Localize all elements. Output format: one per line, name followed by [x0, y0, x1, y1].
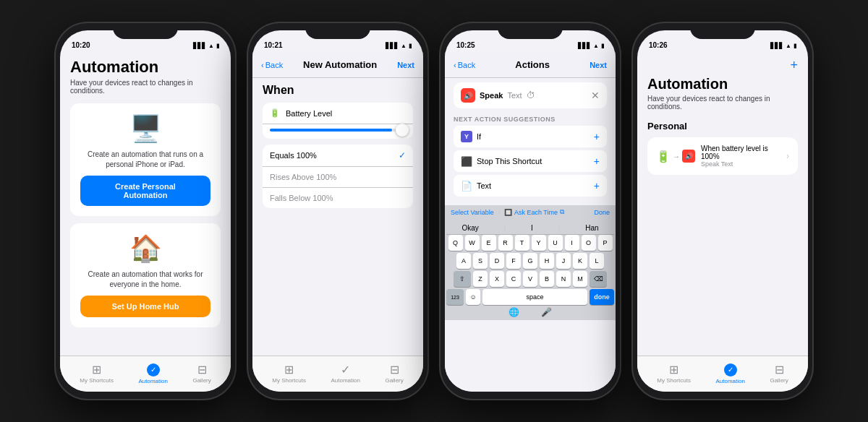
add-automation-button[interactable]: + — [790, 58, 798, 73]
back-button-2[interactable]: ‹ Back — [261, 61, 283, 69]
key-B[interactable]: B — [540, 271, 554, 287]
my-shortcuts-icon-1: ⊞ — [92, 364, 101, 376]
next-button-2[interactable]: Next — [397, 61, 414, 69]
key-V[interactable]: V — [523, 271, 537, 287]
key-done[interactable]: done — [590, 289, 614, 305]
suggest-word-3[interactable]: Han — [585, 224, 598, 232]
battery-icon-3: ▮ — [601, 43, 604, 49]
home-card: 🏠 Create an automation that works for ev… — [70, 223, 221, 327]
key-W[interactable]: W — [465, 235, 480, 251]
notch-3 — [498, 23, 563, 39]
key-Z[interactable]: Z — [473, 271, 488, 287]
option-falls[interactable]: Falls Below 100% — [263, 188, 413, 208]
key-I[interactable]: I — [565, 235, 579, 251]
key-S[interactable]: S — [473, 253, 488, 269]
space-label: space — [526, 293, 543, 301]
key-T[interactable]: T — [515, 235, 529, 251]
key-D[interactable]: D — [490, 253, 504, 269]
suggestion-text[interactable]: 📄 Text + — [454, 175, 607, 197]
key-Q[interactable]: Q — [448, 235, 463, 251]
text-add-button[interactable]: + — [594, 180, 600, 191]
key-J[interactable]: J — [556, 253, 571, 269]
option-equals[interactable]: Equals 100% ✓ — [263, 145, 413, 167]
key-emoji[interactable]: ☺ — [466, 289, 480, 305]
next-button-3[interactable]: Next — [590, 61, 607, 69]
automation-result-card[interactable]: 🔋 → 🔊 When battery level is 100% Speak T… — [647, 137, 798, 175]
key-P[interactable]: P — [598, 235, 613, 251]
personal-card: 🖥️ Create an automation that runs on a p… — [70, 103, 221, 216]
key-X[interactable]: X — [490, 271, 504, 287]
automation-icon-2: ✓ — [341, 364, 350, 376]
key-A[interactable]: A — [456, 253, 471, 269]
notch-2 — [305, 23, 370, 39]
gallery-icon-4: ⊟ — [775, 364, 784, 376]
ask-each-time-button[interactable]: 🔲 Ask Each Time ⧉ — [504, 208, 564, 216]
automation-label-1: Automation — [138, 378, 167, 384]
p1-subtitle: Have your devices react to changes in co… — [70, 79, 221, 95]
key-E[interactable]: E — [482, 235, 496, 251]
tab-gallery-1[interactable]: ⊟ Gallery — [192, 364, 210, 384]
battery-level-item[interactable]: 🔋 Battery Level — [263, 103, 413, 124]
globe-icon[interactable]: 🌐 — [509, 307, 519, 317]
key-K[interactable]: K — [573, 253, 587, 269]
key-space[interactable]: space — [482, 289, 587, 305]
key-H[interactable]: H — [540, 253, 554, 269]
select-variable-button[interactable]: Select Variable — [451, 209, 494, 216]
tab-bar-1: ⊞ My Shortcuts ✓ Automation ⊟ Gallery — [60, 356, 231, 392]
key-N[interactable]: N — [556, 271, 571, 287]
speak-close-button[interactable]: ✕ — [591, 90, 600, 101]
speak-text-placeholder[interactable]: Text — [507, 91, 522, 100]
p2-main-content: When 🔋 Battery Level Equals 100% ✓ — [252, 78, 423, 356]
nav-title-2: New Automation — [303, 59, 377, 70]
key-Y[interactable]: Y — [532, 235, 546, 251]
back-button-3[interactable]: ‹ Back — [454, 61, 475, 69]
suggest-word-1[interactable]: Okay — [461, 224, 478, 232]
suggest-row: Okay | I | Han — [446, 222, 614, 235]
tab-my-shortcuts-4[interactable]: ⊞ My Shortcuts — [657, 364, 691, 384]
key-O[interactable]: O — [582, 235, 596, 251]
toolbar-done-button[interactable]: Done — [594, 209, 610, 216]
key-F[interactable]: F — [506, 253, 521, 269]
setup-home-hub-button[interactable]: Set Up Home Hub — [80, 296, 210, 317]
suggest-word-2[interactable]: I — [531, 224, 533, 232]
notch-1 — [113, 23, 178, 39]
tab-my-shortcuts-1[interactable]: ⊞ My Shortcuts — [80, 364, 114, 384]
automation-label-4: Automation — [715, 378, 744, 384]
battery-slider-track[interactable] — [270, 129, 406, 132]
key-shift[interactable]: ⇧ — [454, 271, 471, 287]
tab-my-shortcuts-2[interactable]: ⊞ My Shortcuts — [272, 364, 306, 384]
if-add-button[interactable]: + — [594, 131, 600, 142]
mic-icon[interactable]: 🎤 — [541, 307, 552, 317]
tab-gallery-2[interactable]: ⊟ Gallery — [385, 364, 403, 384]
suggestion-if[interactable]: Y If + — [454, 126, 607, 147]
automation-chevron-icon: › — [786, 151, 789, 161]
tab-gallery-4[interactable]: ⊟ Gallery — [770, 364, 788, 384]
option-rises[interactable]: Rises Above 100% — [263, 167, 413, 188]
key-C[interactable]: C — [506, 271, 521, 287]
my-shortcuts-icon-4: ⊞ — [669, 364, 678, 376]
p3-top-area: 🔊 Speak Text ⏱ ✕ Next Action Suggestions… — [445, 78, 616, 205]
stop-add-button[interactable]: + — [594, 155, 600, 167]
create-personal-automation-button[interactable]: Create Personal Automation — [80, 176, 210, 206]
status-icons-4: ▋▋▋ ▲ ▮ — [770, 43, 796, 49]
key-M[interactable]: M — [573, 271, 587, 287]
gallery-label-1: Gallery — [192, 377, 210, 384]
suggestions-label: Next Action Suggestions — [454, 116, 607, 123]
tab-automation-2[interactable]: ✓ Automation — [331, 364, 359, 384]
tab-automation-1[interactable]: ✓ Automation — [138, 363, 167, 384]
key-U[interactable]: U — [548, 235, 563, 251]
p3-main-content: 🔊 Speak Text ⏱ ✕ Next Action Suggestions… — [445, 78, 616, 392]
key-123[interactable]: 123 — [446, 289, 464, 305]
key-R[interactable]: R — [498, 235, 513, 251]
screen-3: 10:25 ▋▋▋ ▲ ▮ ‹ Back Actions Next 🔊 Spea… — [445, 30, 616, 392]
key-G[interactable]: G — [523, 253, 537, 269]
p4-title: Automation — [647, 76, 798, 92]
speak-action-block[interactable]: 🔊 Speak Text ⏱ ✕ — [454, 82, 607, 108]
key-L[interactable]: L — [590, 253, 604, 269]
chevron-left-icon-3: ‹ — [454, 61, 456, 69]
stop-icon: ⬛ — [461, 156, 472, 167]
key-delete[interactable]: ⌫ — [590, 271, 607, 287]
battery-slider-thumb[interactable] — [396, 124, 409, 137]
suggestion-stop[interactable]: ⬛ Stop This Shortcut + — [454, 150, 607, 172]
tab-automation-4[interactable]: ✓ Automation — [715, 363, 744, 384]
